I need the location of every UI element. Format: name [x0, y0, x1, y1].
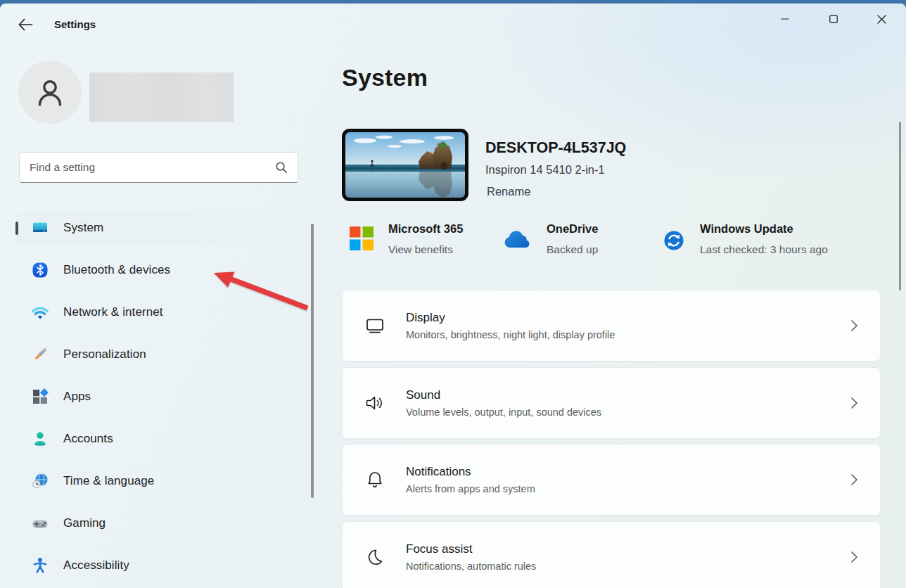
search-icon[interactable]	[275, 161, 288, 174]
card-subtitle: Alerts from apps and system	[406, 483, 535, 494]
sidebar-item-time-language[interactable]: Time & language	[17, 466, 300, 497]
sidebar-item-label: Bluetooth & devices	[63, 263, 170, 277]
sidebar-item-label: Gaming	[63, 516, 106, 530]
quick-info-title[interactable]: Windows Update	[700, 222, 793, 236]
minimize-button[interactable]	[760, 4, 809, 34]
quick-info-title[interactable]: Microsoft 365	[388, 222, 463, 236]
sidebar-item-label: Network & internet	[63, 305, 163, 319]
sidebar-item-label: System	[63, 221, 103, 235]
sidebar-item-system[interactable]: System	[17, 212, 300, 243]
focus-assist-moon-icon	[364, 546, 386, 568]
minimize-icon	[781, 15, 789, 23]
sidebar-item-label: Time & language	[63, 474, 154, 488]
card-sound[interactable]: Sound Volume levels, output, input, soun…	[342, 367, 881, 439]
card-title: Focus assist	[406, 542, 536, 556]
paintbrush-icon	[31, 345, 49, 364]
display-icon	[364, 314, 386, 337]
chevron-right-icon	[851, 397, 857, 409]
quick-info-subtitle[interactable]: Last checked: 3 hours ago	[700, 243, 828, 256]
onedrive-icon	[501, 230, 532, 250]
accessibility-person-icon	[31, 556, 49, 575]
quick-info-title[interactable]: OneDrive	[547, 222, 598, 236]
person-icon	[34, 76, 66, 108]
sidebar-item-label: Personalization	[63, 347, 146, 362]
card-title: Sound	[406, 388, 601, 402]
main-scrollbar[interactable]	[899, 122, 902, 290]
device-preview-image	[342, 129, 468, 201]
search-box[interactable]	[19, 152, 298, 183]
microsoft-365-icon	[350, 226, 374, 250]
maximize-icon	[829, 15, 838, 23]
card-focus-assist[interactable]: Focus assist Notifications, automatic ru…	[342, 521, 881, 588]
chevron-right-icon	[851, 474, 857, 485]
account-person-icon	[31, 430, 49, 448]
chevron-right-icon	[851, 320, 857, 331]
main-content: System	[317, 37, 906, 588]
wifi-icon	[31, 303, 49, 321]
quick-info-subtitle[interactable]: View benefits	[388, 243, 453, 256]
sidebar-item-label: Accounts	[63, 432, 113, 446]
system-icon	[31, 219, 49, 237]
settings-window: Settings	[0, 4, 906, 588]
close-icon	[877, 15, 886, 24]
sidebar-item-gaming[interactable]: Gaming	[17, 508, 300, 539]
sidebar-item-network-internet[interactable]: Network & internet	[17, 297, 300, 328]
sidebar: System Bluetooth & devices	[0, 37, 317, 588]
card-title: Notifications	[406, 465, 535, 479]
card-title: Display	[406, 311, 615, 325]
quick-info-subtitle[interactable]: Backed up	[547, 243, 598, 256]
page-title: System	[342, 64, 428, 91]
device-model: Inspiron 14 5410 2-in-1	[485, 163, 605, 177]
search-input[interactable]	[20, 161, 275, 174]
user-avatar[interactable]	[18, 60, 82, 124]
chevron-right-icon	[851, 551, 857, 563]
sidebar-item-bluetooth-devices[interactable]: Bluetooth & devices	[17, 255, 300, 286]
sidebar-item-personalization[interactable]: Personalization	[17, 339, 300, 370]
card-notifications[interactable]: Notifications Alerts from apps and syste…	[342, 444, 881, 516]
rename-button[interactable]: Rename	[487, 185, 530, 198]
time-language-icon	[31, 472, 49, 490]
card-display[interactable]: Display Monitors, brightness, night ligh…	[342, 290, 881, 362]
sidebar-item-label: Accessibility	[63, 558, 129, 573]
close-button[interactable]	[857, 4, 906, 34]
sidebar-item-accessibility[interactable]: Accessibility	[17, 550, 300, 581]
selected-indicator-pill	[15, 222, 18, 235]
apps-icon	[31, 388, 49, 406]
notifications-bell-icon	[364, 468, 386, 491]
sidebar-item-apps[interactable]: Apps	[17, 381, 300, 412]
card-subtitle: Notifications, automatic rules	[406, 561, 536, 572]
window-title: Settings	[54, 18, 96, 30]
window-controls	[760, 4, 906, 37]
maximize-button[interactable]	[809, 4, 857, 34]
titlebar: Settings	[0, 4, 906, 37]
back-button[interactable]	[13, 12, 38, 37]
sidebar-item-label: Apps	[63, 390, 91, 404]
bluetooth-icon	[31, 261, 49, 279]
username-placeholder	[89, 72, 234, 122]
device-name: DESKTOP-4L537JQ	[485, 139, 626, 157]
windows-update-icon	[662, 229, 686, 253]
sidebar-scrollbar[interactable]	[311, 224, 314, 498]
back-arrow-icon	[18, 18, 33, 32]
card-subtitle: Volume levels, output, input, sound devi…	[406, 407, 601, 418]
card-subtitle: Monitors, brightness, night light, displ…	[406, 329, 615, 340]
sidebar-item-accounts[interactable]: Accounts	[17, 423, 300, 454]
gamepad-icon	[31, 514, 49, 532]
sound-icon	[364, 392, 386, 414]
